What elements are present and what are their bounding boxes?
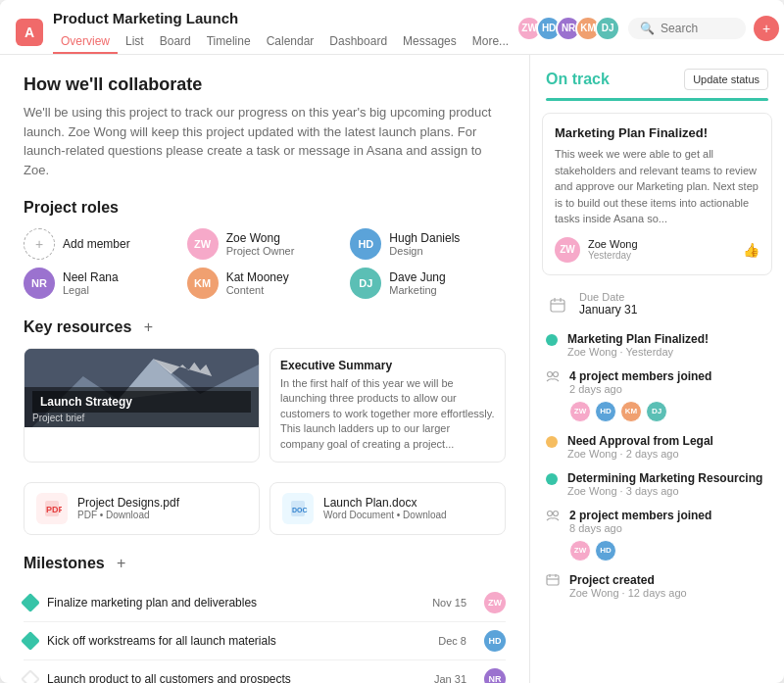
file-meta: PDF • Download	[77, 510, 179, 520]
role-avatar: KM	[187, 268, 219, 299]
milestone-item: Kick off workstreams for all launch mate…	[24, 622, 506, 660]
timeline-dot-yellow	[546, 436, 558, 448]
timeline-item: Project created Zoe Wong · 12 days ago	[546, 573, 768, 599]
milestone-date: Nov 15	[432, 597, 466, 609]
timeline-event-sub: 2 days ago	[569, 383, 768, 395]
resource-image: Launch Strategy Project brief	[24, 349, 259, 427]
timeline-item: Need Approval from Legal Zoe Wong · 2 da…	[546, 434, 768, 460]
timeline-event-sub: Zoe Wong · 12 days ago	[569, 587, 768, 599]
update-status-button[interactable]: Update status	[684, 69, 768, 90]
timeline-item: Marketing Plan Finalized! Zoe Wong · Yes…	[546, 332, 768, 358]
due-date-section: Due Date January 31	[530, 291, 784, 317]
timeline-dot-green	[546, 334, 558, 346]
add-milestone-button[interactable]: +	[113, 555, 130, 572]
milestone-text: Launch product to all customers and pros…	[47, 672, 424, 683]
timeline-event-title: Marketing Plan Finalized!	[567, 332, 768, 346]
due-date-label: Due Date	[579, 291, 637, 303]
resources-grid: Launch Strategy Project brief Executive …	[24, 348, 506, 463]
role-hugh: HD Hugh Daniels Design	[350, 228, 506, 260]
svg-point-12	[548, 371, 553, 376]
timeline-avatar: HD	[595, 401, 616, 422]
doc-icon: DOC	[282, 493, 314, 524]
timeline: Marketing Plan Finalized! Zoe Wong · Yes…	[530, 324, 784, 618]
role-avatar: ZW	[187, 228, 219, 260]
role-avatar: DJ	[350, 268, 381, 299]
tab-timeline[interactable]: Timeline	[199, 30, 259, 54]
milestone-text: Kick off workstreams for all launch mate…	[47, 634, 428, 648]
svg-point-13	[554, 371, 559, 376]
executive-summary-card[interactable]: Executive Summary In the first half of t…	[270, 348, 506, 463]
update-card: Marketing Plan Finalized! This week we w…	[542, 113, 772, 275]
launch-strategy-card[interactable]: Launch Strategy Project brief	[24, 348, 260, 463]
svg-text:PDF: PDF	[46, 505, 62, 514]
tab-more[interactable]: More...	[465, 30, 516, 54]
collaborate-title: How we'll collaborate	[24, 74, 506, 95]
app-icon: A	[16, 19, 43, 46]
nav-tabs: Overview List Board Timeline Calendar Da…	[53, 30, 516, 54]
milestone-date: Dec 8	[438, 635, 466, 647]
header-avatars: ZW HD NR KM DJ	[516, 16, 620, 41]
file-name: Launch Plan.docx	[323, 496, 447, 510]
add-member-item[interactable]: + Add member	[24, 228, 179, 260]
file-name: Project Designs.pdf	[77, 496, 179, 510]
role-name: Neel Rana	[63, 270, 119, 284]
timeline-avatar: DJ	[646, 401, 667, 422]
timeline-event-sub: Zoe Wong · 3 days ago	[567, 485, 768, 497]
resource-card-label: Launch Strategy	[32, 391, 251, 413]
join-icon	[546, 369, 560, 383]
file-pdf[interactable]: PDF Project Designs.pdf PDF • Download	[24, 482, 260, 535]
status-bar	[546, 98, 768, 101]
svg-rect-16	[547, 575, 559, 585]
timeline-event-title: Need Approval from Legal	[567, 434, 768, 448]
role-name: Kat Mooney	[226, 270, 289, 284]
left-panel: How we'll collaborate We'll be using thi…	[0, 55, 529, 683]
add-resource-button[interactable]: +	[139, 318, 157, 336]
tab-messages[interactable]: Messages	[395, 30, 465, 54]
add-member-icon: +	[24, 228, 55, 260]
role-name: Hugh Daniels	[389, 231, 460, 245]
timeline-item: 4 project members joined 2 days ago ZW H…	[546, 369, 768, 422]
update-card-title: Marketing Plan Finalized!	[555, 125, 760, 140]
update-author-time: Yesterday	[588, 250, 638, 261]
pdf-icon: PDF	[36, 493, 68, 524]
tab-dashboard[interactable]: Dashboard	[321, 30, 395, 54]
svg-rect-8	[551, 300, 564, 312]
milestone-diamond-filled	[21, 631, 40, 651]
add-button[interactable]: +	[754, 16, 779, 41]
role-avatar: NR	[24, 268, 55, 299]
timeline-item: Determining Marketing Resourcing Zoe Won…	[546, 471, 768, 497]
milestone-diamond-outline	[21, 669, 40, 683]
timeline-avatar: ZW	[569, 401, 591, 422]
timeline-item: 2 project members joined 8 days ago ZW H…	[546, 509, 768, 561]
role-label: Design	[389, 245, 460, 257]
file-doc[interactable]: DOC Launch Plan.docx Word Document • Dow…	[270, 482, 506, 535]
timeline-event-title: Project created	[569, 573, 768, 587]
timeline-event-title: Determining Marketing Resourcing	[567, 471, 768, 485]
role-zoe: ZW Zoe Wong Project Owner	[187, 228, 343, 260]
tab-board[interactable]: Board	[152, 30, 199, 54]
timeline-dot-green	[546, 473, 558, 485]
join-icon	[546, 509, 560, 522]
milestones-list: Finalize marketing plan and deliverables…	[24, 584, 506, 683]
exec-summary-text: In the first half of this year we will b…	[280, 376, 495, 452]
avatar[interactable]: DJ	[595, 16, 620, 41]
role-avatar: HD	[350, 228, 381, 260]
milestone-item: Launch product to all customers and pros…	[24, 660, 506, 683]
timeline-event-sub: 8 days ago	[569, 522, 768, 534]
timeline-avatar: KM	[620, 401, 642, 422]
tab-list[interactable]: List	[118, 30, 152, 54]
tab-overview[interactable]: Overview	[53, 30, 118, 54]
search-input[interactable]	[661, 22, 739, 35]
calendar-icon	[546, 293, 569, 317]
svg-point-14	[548, 511, 553, 515]
tab-calendar[interactable]: Calendar	[259, 30, 322, 54]
search-icon: 🔍	[640, 22, 655, 35]
resources-title: Key resources	[24, 318, 131, 336]
timeline-avatar: ZW	[569, 540, 591, 561]
update-author-name: Zoe Wong	[588, 238, 638, 250]
role-label: Legal	[63, 284, 119, 296]
milestones-title: Milestones	[24, 555, 105, 572]
search-box[interactable]: 🔍	[628, 18, 746, 39]
timeline-event-title: 2 project members joined	[569, 509, 768, 522]
like-button[interactable]: 👍	[743, 242, 760, 258]
